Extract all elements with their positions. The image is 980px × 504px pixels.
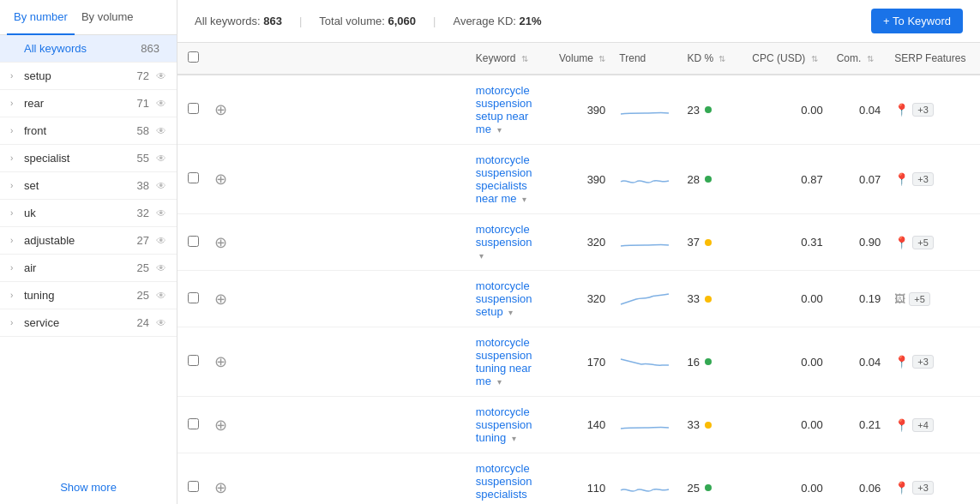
tab-by-volume[interactable]: By volume bbox=[75, 0, 141, 35]
kd-value: 23 bbox=[687, 104, 699, 117]
eye-icon[interactable]: 👁 bbox=[156, 235, 166, 247]
chevron-icon: › bbox=[10, 181, 24, 190]
group-label: rear bbox=[24, 97, 137, 110]
sidebar-group-item[interactable]: ›front58👁 bbox=[0, 117, 177, 145]
keyword-link[interactable]: motorcycle suspension specialists bbox=[476, 462, 532, 501]
add-keyword-button[interactable]: ⊕ bbox=[214, 102, 227, 117]
tab-by-number[interactable]: By number bbox=[7, 0, 75, 35]
kd-value: 16 bbox=[687, 356, 699, 369]
keyword-cell: motorcycle suspension ▾ bbox=[469, 214, 539, 271]
keyword-link[interactable]: motorcycle suspension setup near me bbox=[476, 84, 532, 135]
select-all-checkbox[interactable] bbox=[188, 51, 199, 63]
serp-badge[interactable]: +5 bbox=[912, 236, 934, 249]
eye-icon[interactable]: 👁 bbox=[156, 98, 166, 110]
kd-value: 33 bbox=[687, 418, 699, 431]
group-count: 55 bbox=[137, 152, 149, 165]
row-checkbox[interactable] bbox=[188, 236, 199, 247]
keyword-dropdown-arrow[interactable]: ▾ bbox=[495, 125, 502, 135]
cpc-cell: 0.87 bbox=[745, 145, 829, 214]
eye-icon[interactable]: 👁 bbox=[156, 290, 166, 302]
row-checkbox[interactable] bbox=[188, 418, 199, 429]
add-keyword-button[interactable]: ⊕ bbox=[214, 291, 227, 307]
location-icon: 📍 bbox=[894, 481, 909, 495]
volume-cell: 110 bbox=[539, 453, 613, 505]
eye-icon[interactable]: 👁 bbox=[156, 125, 166, 137]
sidebar-group-item[interactable]: ›service24👁 bbox=[0, 309, 177, 337]
keyword-link[interactable]: motorcycle suspension tuning near me bbox=[476, 336, 532, 387]
table-row: ⊕motorcycle suspension ▾320370.310.90📍+5 bbox=[177, 214, 980, 271]
th-keyword-label[interactable]: Keyword ⇅ bbox=[469, 43, 539, 75]
show-more-link[interactable]: Show more bbox=[60, 481, 117, 494]
keyword-dropdown-arrow[interactable]: ▾ bbox=[520, 195, 527, 204]
table-header-row: Keyword ⇅ Volume ⇅ Trend KD % ⇅ CPC (USD… bbox=[177, 43, 980, 75]
th-cpc[interactable]: CPC (USD) ⇅ bbox=[745, 43, 829, 75]
row-checkbox[interactable] bbox=[188, 481, 199, 492]
serp-badge[interactable]: +3 bbox=[912, 355, 934, 369]
avg-kd-value: 21% bbox=[520, 15, 542, 27]
add-keyword-button[interactable]: ⊕ bbox=[214, 171, 227, 187]
serp-badge[interactable]: +5 bbox=[909, 292, 930, 306]
serp-badge[interactable]: +4 bbox=[912, 418, 934, 432]
keyword-cell: motorcycle suspension tuning near me ▾ bbox=[469, 327, 539, 397]
kd-sort-icon: ⇅ bbox=[718, 54, 725, 63]
sidebar-group-item[interactable]: ›uk32👁 bbox=[0, 200, 177, 227]
serp-cell: 📍+3 bbox=[887, 145, 980, 214]
keyword-dropdown-arrow[interactable]: ▾ bbox=[495, 377, 502, 387]
add-keyword-button[interactable]: ⊕ bbox=[214, 417, 227, 433]
add-keyword-button[interactable]: ⊕ bbox=[214, 480, 227, 495]
row-checkbox-cell bbox=[177, 397, 207, 453]
sidebar-group-item[interactable]: ›tuning25👁 bbox=[0, 282, 177, 309]
kd-dot bbox=[705, 106, 712, 113]
th-select-all[interactable] bbox=[177, 43, 207, 75]
eye-icon[interactable]: 👁 bbox=[156, 207, 166, 219]
sidebar-group-item[interactable]: ›adjustable27👁 bbox=[0, 227, 177, 255]
sidebar-group-item[interactable]: ›specialist55👁 bbox=[0, 145, 177, 172]
sidebar-group-item[interactable]: ›set38👁 bbox=[0, 172, 177, 200]
th-com[interactable]: Com. ⇅ bbox=[830, 43, 888, 75]
kd-dot bbox=[705, 296, 712, 303]
row-checkbox[interactable] bbox=[188, 355, 199, 366]
keyword-link[interactable]: motorcycle suspension tuning bbox=[476, 405, 532, 444]
kd-cell: 16 bbox=[680, 327, 745, 397]
row-checkbox-cell bbox=[177, 214, 207, 271]
eye-icon[interactable]: 👁 bbox=[156, 70, 166, 82]
eye-icon[interactable]: 👁 bbox=[156, 262, 166, 274]
keyword-dropdown-arrow[interactable]: ▾ bbox=[479, 251, 484, 261]
keyword-cell: motorcycle suspension setup near me ▾ bbox=[469, 75, 539, 145]
keyword-link[interactable]: motorcycle suspension bbox=[476, 223, 532, 249]
serp-badge[interactable]: +3 bbox=[912, 103, 934, 117]
eye-icon[interactable]: 👁 bbox=[156, 317, 166, 329]
keyword-dropdown-arrow[interactable]: ▾ bbox=[509, 434, 516, 443]
th-add bbox=[207, 43, 468, 75]
keyword-link[interactable]: motorcycle suspension setup bbox=[476, 279, 532, 318]
volume-value: 390 bbox=[587, 104, 606, 117]
eye-icon[interactable]: 👁 bbox=[156, 180, 166, 192]
add-keyword-button[interactable]: ⊕ bbox=[214, 354, 227, 369]
volume-cell: 320 bbox=[539, 271, 613, 327]
add-keyword-cell: ⊕ bbox=[207, 214, 468, 271]
kd-value: 33 bbox=[687, 292, 699, 305]
total-volume-stat: Total volume: 6,060 bbox=[319, 15, 416, 27]
serp-badge[interactable]: +3 bbox=[912, 172, 934, 186]
eye-icon[interactable]: 👁 bbox=[156, 153, 166, 165]
to-keyword-button[interactable]: + To Keyword bbox=[871, 9, 963, 33]
keyword-dropdown-arrow[interactable]: ▾ bbox=[507, 308, 514, 317]
volume-value: 140 bbox=[587, 418, 606, 431]
table-row: ⊕motorcycle suspension setup near me ▾39… bbox=[177, 75, 980, 145]
row-checkbox[interactable] bbox=[188, 292, 199, 303]
add-keyword-button[interactable]: ⊕ bbox=[214, 235, 227, 250]
sidebar-group-item[interactable]: ›rear71👁 bbox=[0, 90, 177, 117]
group-count: 25 bbox=[137, 261, 149, 274]
sidebar-group-item[interactable]: All keywords863 bbox=[0, 35, 177, 63]
row-checkbox[interactable] bbox=[188, 172, 199, 183]
group-count: 863 bbox=[141, 42, 159, 55]
th-kd[interactable]: KD % ⇅ bbox=[680, 43, 745, 75]
serp-badge[interactable]: +3 bbox=[912, 481, 934, 495]
serp-cell: 📍+5 bbox=[887, 214, 980, 271]
group-count: 32 bbox=[137, 207, 149, 219]
th-volume[interactable]: Volume ⇅ bbox=[539, 43, 613, 75]
sidebar-group-item[interactable]: ›air25👁 bbox=[0, 255, 177, 282]
keyword-cell: motorcycle suspension setup ▾ bbox=[469, 271, 539, 327]
sidebar-group-item[interactable]: ›setup72👁 bbox=[0, 63, 177, 90]
row-checkbox[interactable] bbox=[188, 103, 199, 114]
